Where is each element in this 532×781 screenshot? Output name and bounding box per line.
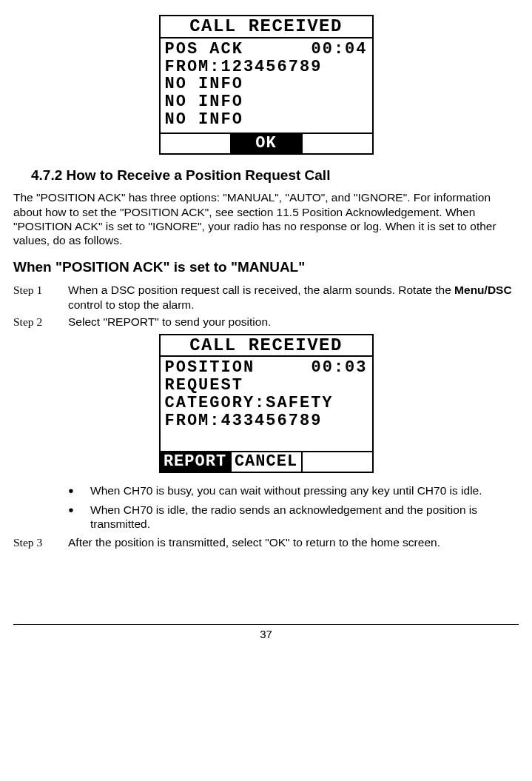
lcd2-line2: REQUEST [165,377,368,395]
step-3-label: Step 3 [13,535,68,549]
step-1-text-b: control to stop the alarm. [68,298,195,311]
lcd2-line3: CATEGORY:SAFETY [165,395,368,412]
lcd1-line5: NO INFO [165,111,368,129]
lcd1-line1-left: POS ACK [165,40,243,58]
step-3: Step 3 After the position is transmitted… [13,535,519,549]
lcd2-header: CALL RECEIVED [161,335,372,358]
step-1: Step 1 When a DSC position request call … [13,283,519,312]
bullet-2: ● When CH70 is idle, the radio sends an … [68,503,519,532]
bullet-icon: ● [68,483,90,497]
step-1-text-a: When a DSC position request call is rece… [68,284,454,296]
section-title: How to Receive a Position Request Call [67,167,331,183]
lcd1-line4: NO INFO [165,93,368,111]
lcd1-softkey-right [303,134,372,153]
step-1-body: When a DSC position request call is rece… [68,283,519,312]
intro-paragraph: The "POSITION ACK" has three options: "M… [13,190,519,248]
lcd2-softkey-left: REPORT [161,452,232,472]
step-1-bold: Menu/DSC [454,284,512,296]
bullet-icon: ● [68,503,90,532]
lcd2-line1-right: 00:03 [311,359,367,377]
bullet-1-text: When CH70 is busy, you can wait without … [90,483,519,497]
page-footer: 37 [13,624,519,642]
lcd2-line4: FROM:433456789 [165,412,368,430]
section-number: 4.7.2 [31,167,62,183]
step-1-label: Step 1 [13,283,68,312]
step-3-body: After the position is transmitted, selec… [68,535,519,549]
step-2-body: Select "REPORT" to send your position. [68,315,519,329]
bullet-1: ● When CH70 is busy, you can wait withou… [68,483,519,497]
lcd1-header: CALL RECEIVED [161,16,372,38]
lcd2-softkey-right [303,452,372,472]
step-2-label: Step 2 [13,315,68,329]
lcd2-line1-left: POSITION [165,358,255,377]
lcd1-softkey-center: OK [232,134,303,153]
bullet-2-text: When CH70 is idle, the radio sends an ac… [90,503,519,532]
lcd-screenshot-1: CALL RECEIVED POS ACK00:04 FROM:12345678… [13,15,519,156]
lcd1-line3: NO INFO [165,76,368,93]
lcd-screenshot-2: CALL RECEIVED POSITION00:03 REQUEST CATE… [13,334,519,474]
lcd2-softkey-center: CANCEL [232,452,303,472]
lcd1-line2: FROM:123456789 [165,58,368,76]
lcd2-blank [165,429,368,447]
page-number: 37 [260,628,272,640]
section-heading: 4.7.2 How to Receive a Position Request … [31,167,519,184]
sub-heading: When "POSITION ACK" is set to "MANUAL" [13,258,519,276]
lcd1-line1-right: 00:04 [311,41,367,58]
lcd1-softkey-left [161,134,232,153]
step-2: Step 2 Select "REPORT" to send your posi… [13,315,519,329]
